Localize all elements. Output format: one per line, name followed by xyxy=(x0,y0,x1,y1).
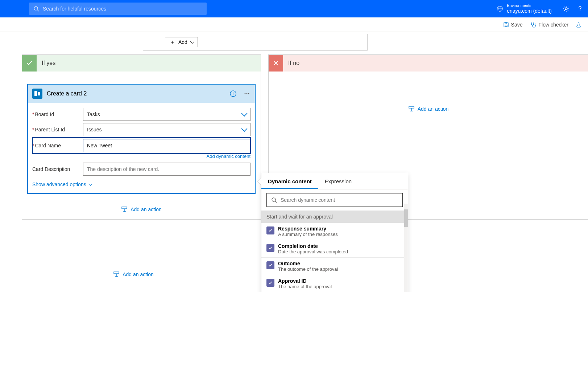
search-icon xyxy=(271,197,277,203)
tab-expression[interactable]: Expression xyxy=(318,173,358,189)
command-bar: Save Flow checker xyxy=(0,17,588,32)
card-description-input[interactable] xyxy=(83,163,250,176)
environment-picker[interactable]: Environments enayu.com (default) xyxy=(497,3,552,14)
approval-icon xyxy=(266,226,274,234)
approval-icon xyxy=(266,244,274,252)
chevron-down-icon xyxy=(190,40,194,44)
add-action-icon xyxy=(121,206,128,213)
check-icon xyxy=(22,55,37,72)
globe-icon xyxy=(497,5,503,12)
dynamic-content-item[interactable]: Approval ID The name of the approval xyxy=(261,275,408,292)
flow-checker-label: Flow checker xyxy=(539,22,568,28)
more-icon[interactable] xyxy=(243,90,250,97)
tab-dynamic-content[interactable]: Dynamic content xyxy=(261,173,318,189)
approval-icon xyxy=(266,279,274,287)
scrollbar-thumb[interactable] xyxy=(404,209,408,227)
dynamic-item-desc: The outcome of the approval xyxy=(278,266,338,272)
if-yes-header: If yes xyxy=(22,55,261,72)
beaker-icon xyxy=(576,22,581,28)
if-yes-label: If yes xyxy=(42,60,55,66)
svg-rect-27 xyxy=(114,272,119,274)
dynamic-item-desc: A summary of the responses xyxy=(278,232,338,237)
chevron-down-icon xyxy=(88,182,92,186)
save-label: Save xyxy=(511,22,523,28)
gear-icon[interactable] xyxy=(563,5,570,12)
save-button[interactable]: Save xyxy=(503,22,523,28)
svg-point-25 xyxy=(272,198,276,201)
dynamic-item-title: Approval ID xyxy=(278,278,332,284)
help-icon[interactable] xyxy=(576,5,584,12)
svg-point-14 xyxy=(247,93,248,94)
search-icon xyxy=(33,6,39,12)
dynamic-content-list: Response summary A summary of the respon… xyxy=(261,223,408,292)
stethoscope-icon xyxy=(530,21,537,28)
save-icon xyxy=(503,22,509,28)
if-no-label: If no xyxy=(288,60,299,66)
info-icon[interactable]: i xyxy=(229,90,237,97)
test-button[interactable] xyxy=(576,22,581,28)
board-id-select[interactable]: Tasks xyxy=(83,108,250,121)
dynamic-content-item[interactable]: Response summary A summary of the respon… xyxy=(261,223,408,240)
field-parent-list-id: *Parent List Id Issues xyxy=(32,122,250,137)
condition-add-button[interactable]: ＋ Add xyxy=(165,37,198,47)
action-header[interactable]: Create a card 2 i xyxy=(28,85,255,103)
dynamic-item-desc: Date the approval was completed xyxy=(278,249,348,254)
field-card-description: Card Description xyxy=(32,162,250,176)
if-yes-branch: If yes Create a card 2 i *Board Id Tasks xyxy=(22,54,261,220)
svg-point-0 xyxy=(34,7,38,10)
condition-add-label: Add xyxy=(178,39,187,45)
top-bar: Environments enayu.com (default) xyxy=(0,0,588,17)
dynamic-item-title: Completion date xyxy=(278,243,348,249)
action-title: Create a card 2 xyxy=(47,90,225,97)
condition-card-bottom: ＋ Add xyxy=(143,34,368,51)
global-search[interactable] xyxy=(29,3,207,15)
approval-icon xyxy=(266,261,274,269)
dynamic-content-item[interactable]: Completion date Date the approval was co… xyxy=(261,240,408,258)
svg-point-13 xyxy=(245,93,246,94)
dynamic-content-item[interactable]: Outcome The outcome of the approval xyxy=(261,258,408,275)
parent-list-id-select[interactable]: Issues xyxy=(83,123,250,136)
dynamic-content-search-input[interactable] xyxy=(281,197,398,203)
svg-rect-9 xyxy=(505,23,507,24)
if-no-header: If no xyxy=(269,55,588,72)
environment-name: enayu.com (default) xyxy=(507,8,552,14)
dynamic-item-title: Response summary xyxy=(278,226,338,232)
create-a-card-action[interactable]: Create a card 2 i *Board Id Tasks *Paren… xyxy=(27,84,256,194)
trello-icon xyxy=(32,89,42,99)
plus-icon: ＋ xyxy=(170,38,175,46)
dynamic-item-desc: The name of the approval xyxy=(278,284,332,289)
svg-point-5 xyxy=(565,8,567,10)
global-search-input[interactable] xyxy=(43,6,202,12)
dynamic-section-header: Start and wait for an approval xyxy=(261,211,408,223)
svg-rect-7 xyxy=(504,23,508,27)
add-action-icon xyxy=(408,106,415,112)
dynamic-item-title: Outcome xyxy=(278,261,338,266)
svg-point-6 xyxy=(580,11,580,11)
add-action-icon xyxy=(113,271,120,278)
environment-label: Environments xyxy=(507,3,552,8)
flow-checker-button[interactable]: Flow checker xyxy=(530,21,568,28)
svg-point-10 xyxy=(535,24,536,25)
svg-rect-8 xyxy=(505,25,507,26)
svg-line-26 xyxy=(275,201,277,203)
dynamic-content-panel: Dynamic content Expression Start and wai… xyxy=(261,173,408,292)
dynamic-content-search[interactable] xyxy=(266,193,403,207)
svg-point-15 xyxy=(248,93,249,94)
add-dynamic-content-link[interactable]: Add dynamic content xyxy=(32,154,250,159)
svg-text:i: i xyxy=(233,91,233,96)
no-add-action[interactable]: Add an action xyxy=(269,106,588,112)
svg-rect-16 xyxy=(122,207,127,209)
field-card-name: *Card Name xyxy=(32,138,250,153)
yes-add-action[interactable]: Add an action xyxy=(22,206,261,213)
svg-rect-19 xyxy=(409,106,414,108)
field-board-id: *Board Id Tasks xyxy=(32,107,250,122)
show-advanced-options[interactable]: Show advanced options xyxy=(32,181,250,187)
flow-canvas: ＋ Add If yes Create a card 2 i xyxy=(0,32,588,292)
card-name-input[interactable] xyxy=(83,139,250,152)
svg-line-1 xyxy=(37,10,39,11)
close-icon xyxy=(269,55,283,72)
